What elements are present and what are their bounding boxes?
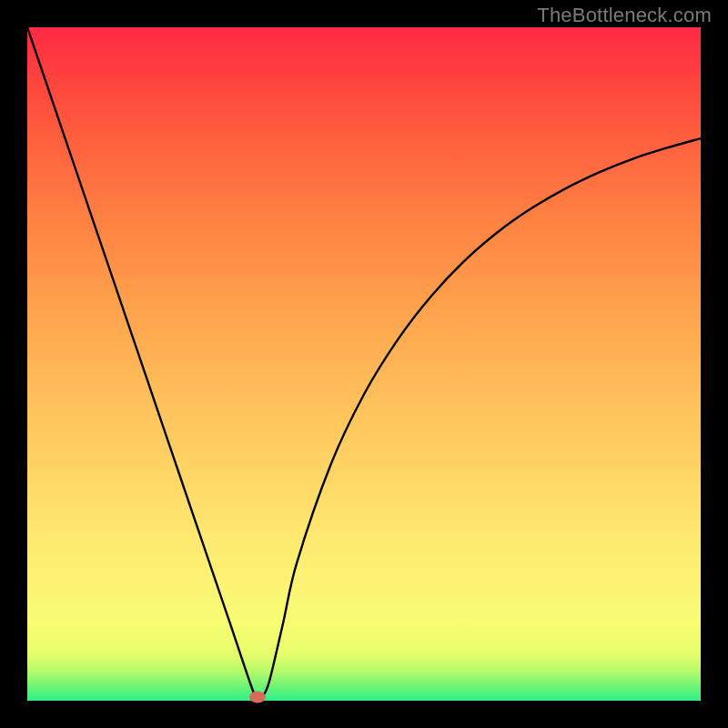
bottleneck-curve [27,27,701,701]
chart-frame: TheBottleneck.com [0,0,728,728]
watermark-text: TheBottleneck.com [537,4,712,27]
optimum-marker [249,692,266,703]
